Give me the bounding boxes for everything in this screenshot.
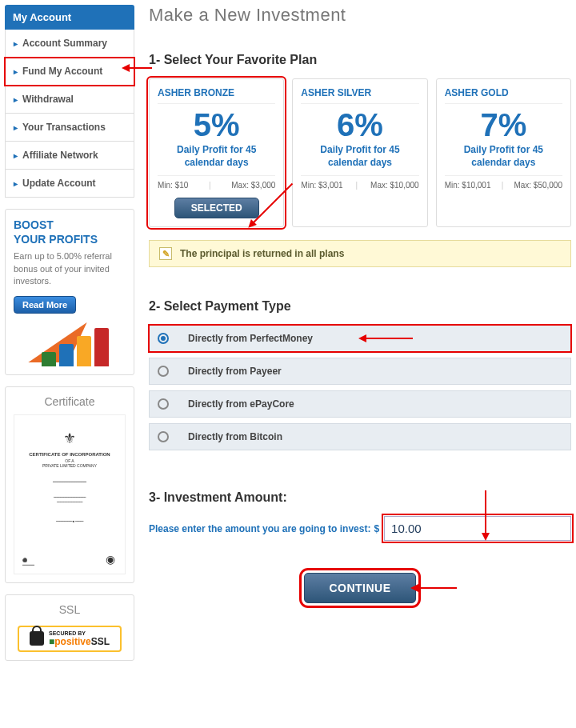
payment-label: Directly from ePayCore: [188, 398, 294, 410]
radio-icon: [158, 431, 169, 442]
payment-option-bitcoin[interactable]: Directly from Bitcoin: [149, 423, 571, 450]
section-plan-title: 1- Select Your Favorite Plan: [149, 53, 571, 67]
annotation-arrow-icon: [417, 587, 457, 589]
chevron-right-icon: ▸: [14, 39, 18, 48]
chevron-right-icon: ▸: [14, 151, 18, 160]
sidebar-item-fund-my-account[interactable]: ▸Fund My Account: [5, 58, 134, 86]
certificate-card: Certificate ⚜ CERTIFICATE OF INCORPORATI…: [5, 386, 134, 583]
plan-card-silver[interactable]: ASHER SILVER 6% Daily Profit for 45 cale…: [292, 78, 427, 227]
payment-option-epaycore[interactable]: Directly from ePayCore: [149, 390, 571, 418]
plan-rate: 5%: [158, 109, 275, 141]
plan-max: Max: $3,000: [231, 181, 275, 190]
payment-option-payeer[interactable]: Directly from Payeer: [149, 358, 571, 385]
boost-title-2: YOUR PROFITS: [14, 233, 98, 246]
amount-input[interactable]: [384, 516, 571, 541]
plan-card-gold[interactable]: ASHER GOLD 7% Daily Profit for 45 calend…: [436, 78, 571, 227]
chevron-right-icon: ▸: [14, 67, 18, 76]
sidebar-item-label: Update Account: [22, 178, 96, 189]
sidebar-item-label: Withdrawal: [22, 94, 74, 105]
payment-option-perfectmoney[interactable]: Directly from PerfectMoney: [149, 325, 571, 352]
plan-card-bronze[interactable]: ASHER BRONZE 5% Daily Profit for 45 cale…: [149, 78, 284, 227]
plan-name: ASHER GOLD: [445, 87, 562, 104]
ssl-title: SSL: [14, 603, 126, 616]
sidebar-item-label: Account Summary: [22, 38, 107, 49]
payment-label: Directly from Bitcoin: [188, 431, 282, 442]
radio-icon: [158, 398, 169, 410]
plan-desc: Daily Profit for 45 calendar days: [158, 144, 275, 169]
sidebar-header: My Account: [5, 5, 134, 30]
chevron-right-icon: ▸: [14, 95, 18, 104]
certificate-image[interactable]: ⚜ CERTIFICATE OF INCORPORATION OF A PRIV…: [14, 414, 126, 574]
boost-chart-icon: [14, 318, 126, 366]
page-title: Make a New Investment: [149, 5, 571, 26]
plan-min: Min: $3,001: [301, 181, 342, 190]
plan-desc: Daily Profit for 45 calendar days: [301, 144, 418, 169]
ssl-badge[interactable]: SECURED BY ■positiveSSL: [18, 626, 122, 652]
sidebar-item-label: Affiliate Network: [22, 150, 98, 161]
radio-icon: [158, 333, 169, 344]
pencil-icon: ✎: [159, 247, 172, 260]
chevron-right-icon: ▸: [14, 123, 18, 132]
plan-max: Max: $10,000: [370, 181, 419, 190]
amount-label: Please enter the amount you are going to…: [149, 523, 370, 534]
plan-min: Min: $10: [158, 181, 188, 190]
read-more-button[interactable]: Read More: [14, 296, 76, 314]
plan-name: ASHER BRONZE: [158, 87, 275, 104]
notice-text: The principal is returned in all plans: [180, 248, 344, 259]
plan-selected-button[interactable]: SELECTED: [174, 198, 259, 218]
plan-rate: 7%: [445, 109, 562, 141]
sidebar-item-update-account[interactable]: ▸Update Account: [5, 170, 134, 198]
certificate-title: Certificate: [14, 395, 126, 408]
section-amount-title: 3- Investment Amount:: [149, 490, 571, 505]
plan-desc: Daily Profit for 45 calendar days: [445, 144, 562, 169]
payment-label: Directly from PerfectMoney: [188, 333, 313, 344]
sidebar-item-affiliate-network[interactable]: ▸Affiliate Network: [5, 142, 134, 170]
principal-notice: ✎ The principal is returned in all plans: [149, 240, 571, 267]
ssl-card: SSL SECURED BY ■positiveSSL: [5, 594, 134, 661]
payment-label: Directly from Payeer: [188, 366, 282, 377]
continue-button[interactable]: CONTINUE: [304, 573, 415, 603]
boost-profits-card: BOOSTYOUR PROFITS Earn up to 5.00% refer…: [5, 209, 134, 375]
currency-symbol: $: [374, 523, 379, 534]
sidebar-item-label: Your Transactions: [22, 122, 106, 133]
plan-rate: 6%: [301, 109, 418, 141]
sidebar-item-label: Fund My Account: [22, 66, 102, 77]
chevron-right-icon: ▸: [14, 179, 18, 188]
ssl-secured-label: SECURED BY: [49, 630, 110, 636]
sidebar-item-withdrawal[interactable]: ▸Withdrawal: [5, 86, 134, 114]
sidebar-item-your-transactions[interactable]: ▸Your Transactions: [5, 114, 134, 142]
boost-title-1: BOOST: [14, 218, 54, 231]
lock-icon: [30, 631, 44, 646]
ssl-brand-ssl: SSL: [91, 636, 110, 647]
section-payment-title: 2- Select Payment Type: [149, 299, 571, 314]
plan-name: ASHER SILVER: [301, 87, 418, 104]
radio-icon: [158, 366, 169, 377]
boost-text: Earn up to 5.00% referral bonus out of y…: [14, 250, 126, 287]
sidebar-item-account-summary[interactable]: ▸Account Summary: [5, 30, 134, 58]
plan-min: Min: $10,001: [445, 181, 491, 190]
ssl-brand-positive: positive: [54, 636, 90, 647]
plan-max: Max: $50,000: [514, 181, 562, 190]
